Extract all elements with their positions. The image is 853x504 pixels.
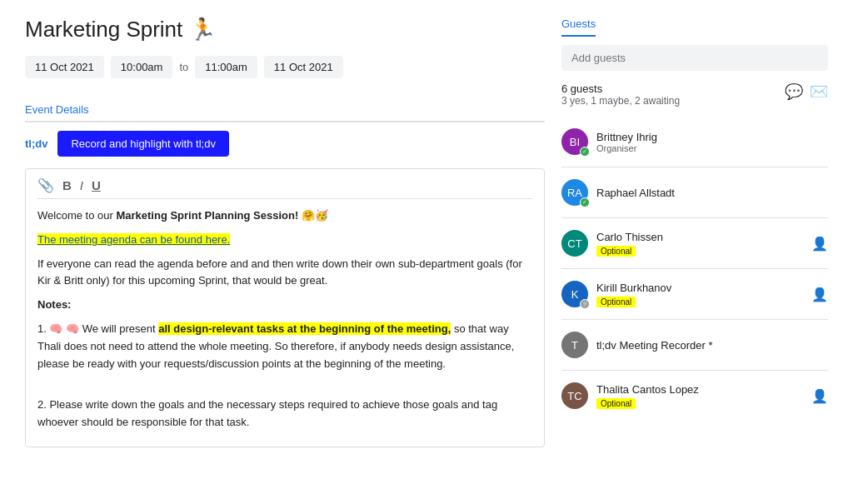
guest-item: RA✓Raphael Allstadt (561, 174, 828, 211)
left-panel: Marketing Sprint 🏃 11 Oct 2021 10:00am t… (25, 17, 545, 487)
email-icon[interactable]: ✉️ (810, 82, 828, 101)
notes-header: Notes: (37, 297, 532, 314)
guest-actions: 💬 ✉️ (785, 82, 828, 101)
guest-info: tl;dv Meeting Recorder * (596, 339, 828, 352)
editor-line1: Welcome to our Marketing Sprint Planning… (37, 207, 532, 225)
editor-toolbar: 📎 B I U (37, 177, 532, 199)
guest-name: Thalita Cantos Lopez (596, 383, 803, 396)
end-date[interactable]: 11 Oct 2021 (264, 56, 343, 78)
line1-emoji: 🤗🥳 (302, 209, 328, 222)
optional-badge: Optional (596, 246, 636, 257)
event-emoji: 🏃 (189, 17, 216, 42)
guests-label: Guests (561, 17, 596, 37)
guest-divider (561, 217, 828, 218)
guest-name: Brittney Ihrig (596, 131, 828, 143)
note2: 2. Please write down the goals and the n… (37, 397, 532, 432)
guest-info: Brittney IhrigOrganiser (596, 131, 828, 153)
guest-info: Raphael Allstadt (596, 187, 828, 199)
guest-item: TCThalita Cantos LopezOptional👤 (561, 377, 828, 414)
note1-highlight: all design-relevant tasks at the beginni… (158, 322, 451, 335)
guest-divider (561, 268, 828, 269)
guest-remove-icon[interactable]: 👤 (811, 388, 828, 404)
guest-list: BI✓Brittney IhrigOrganiserRA✓Raphael All… (561, 123, 828, 414)
guest-divider (561, 319, 828, 320)
guest-avatar: CT (561, 230, 588, 257)
italic-button[interactable]: I (80, 178, 83, 192)
editor-content[interactable]: Welcome to our Marketing Sprint Planning… (37, 207, 532, 432)
tldv-record-button[interactable]: Record and highlight with tl;dv (57, 131, 228, 157)
guest-item: Ttl;dv Meeting Recorder * (561, 327, 828, 363)
bold-button[interactable]: B (62, 178, 72, 192)
guest-avatar: BI✓ (561, 128, 588, 155)
guest-info: Kirill BurkhanovOptional (596, 282, 803, 307)
guest-name: Raphael Allstadt (596, 187, 828, 199)
event-details-label: Event Details (25, 103, 545, 122)
guest-info: Thalita Cantos LopezOptional (596, 383, 803, 409)
tldv-row: tl;dv Record and highlight with tl;dv (25, 131, 545, 157)
underline-button[interactable]: U (92, 178, 101, 192)
guest-name: Carlo Thissen (596, 231, 803, 243)
guest-count-sub: 3 yes, 1 maybe, 2 awaiting (561, 95, 680, 107)
guest-avatar: K? (561, 281, 588, 307)
guest-info: Carlo ThissenOptional (596, 231, 803, 257)
guest-divider (561, 370, 828, 371)
notes-section: Notes: 1. 🧠 🧠 We will present all design… (37, 297, 532, 432)
guest-count-info: 6 guests 3 yes, 1 maybe, 2 awaiting (561, 82, 680, 115)
guest-item: BI✓Brittney IhrigOrganiser (561, 123, 828, 160)
agenda-link[interactable]: The meeting agenda can be found here. (37, 233, 230, 246)
guest-remove-icon[interactable]: 👤 (811, 236, 828, 252)
chat-icon[interactable]: 💬 (785, 82, 803, 101)
line1-bold: Marketing Sprint Planning Session! (116, 209, 298, 222)
guest-item: CTCarlo ThissenOptional👤 (561, 225, 828, 262)
guest-count: 6 guests (561, 82, 680, 95)
start-time[interactable]: 10:00am (111, 56, 173, 78)
line1-plain: Welcome to our (37, 209, 116, 222)
guest-role: Organiser (596, 143, 828, 153)
guest-avatar: T (561, 332, 588, 358)
optional-badge: Optional (596, 297, 636, 307)
guest-divider (561, 167, 828, 167)
note1: 1. 🧠 🧠 We will present all design-releva… (37, 321, 532, 372)
guest-avatar: RA✓ (561, 179, 588, 206)
editor-line3: If everyone can read the agenda before a… (37, 256, 532, 291)
editor-box: 📎 B I U Welcome to our Marketing Sprint … (25, 168, 545, 447)
end-time[interactable]: 11:00am (195, 56, 257, 78)
optional-badge: Optional (596, 398, 636, 409)
right-panel: Guests 6 guests 3 yes, 1 maybe, 2 awaiti… (561, 17, 828, 487)
start-date[interactable]: 11 Oct 2021 (25, 56, 104, 78)
guest-name: tl;dv Meeting Recorder * (596, 339, 828, 352)
editor-line2: The meeting agenda can be found here. (37, 232, 532, 249)
event-title: Marketing Sprint 🏃 (25, 17, 545, 42)
guest-avatar: TC (561, 382, 588, 409)
event-title-text: Marketing Sprint (25, 17, 182, 42)
attach-icon[interactable]: 📎 (37, 177, 54, 193)
guest-item: K?Kirill BurkhanovOptional👤 (561, 276, 828, 312)
guest-name: Kirill Burkhanov (596, 282, 803, 294)
date-time-row: 11 Oct 2021 10:00am to 11:00am 11 Oct 20… (25, 56, 545, 78)
to-label: to (179, 61, 188, 73)
add-guests-input[interactable] (561, 45, 828, 71)
tldv-logo: tl;dv (25, 137, 47, 150)
guest-count-row: 6 guests 3 yes, 1 maybe, 2 awaiting 💬 ✉️ (561, 82, 828, 115)
guest-remove-icon[interactable]: 👤 (811, 287, 828, 302)
